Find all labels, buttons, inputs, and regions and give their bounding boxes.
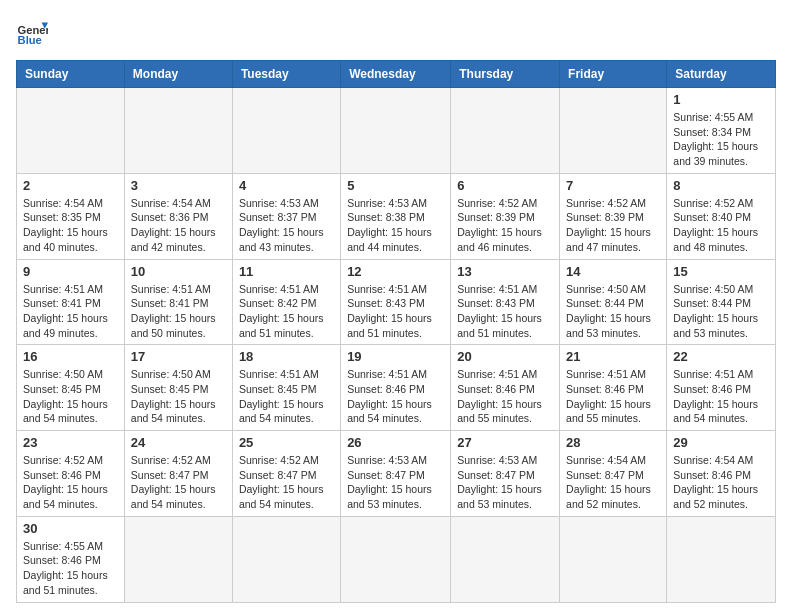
- day-number: 6: [457, 178, 553, 193]
- calendar-cell: 13Sunrise: 4:51 AMSunset: 8:43 PMDayligh…: [451, 259, 560, 345]
- day-number: 17: [131, 349, 226, 364]
- header-sunday: Sunday: [17, 61, 125, 88]
- header-monday: Monday: [124, 61, 232, 88]
- calendar-cell: 30Sunrise: 4:55 AMSunset: 8:46 PMDayligh…: [17, 516, 125, 602]
- calendar-cell: 6Sunrise: 4:52 AMSunset: 8:39 PMDaylight…: [451, 173, 560, 259]
- header-wednesday: Wednesday: [341, 61, 451, 88]
- day-info: Sunrise: 4:51 AMSunset: 8:46 PMDaylight:…: [457, 367, 553, 426]
- calendar-cell: [17, 88, 125, 174]
- day-info: Sunrise: 4:55 AMSunset: 8:46 PMDaylight:…: [23, 539, 118, 598]
- day-number: 25: [239, 435, 334, 450]
- calendar-cell: 14Sunrise: 4:50 AMSunset: 8:44 PMDayligh…: [560, 259, 667, 345]
- calendar-week-row: 16Sunrise: 4:50 AMSunset: 8:45 PMDayligh…: [17, 345, 776, 431]
- calendar-cell: 23Sunrise: 4:52 AMSunset: 8:46 PMDayligh…: [17, 431, 125, 517]
- day-info: Sunrise: 4:55 AMSunset: 8:34 PMDaylight:…: [673, 110, 769, 169]
- calendar-cell: 7Sunrise: 4:52 AMSunset: 8:39 PMDaylight…: [560, 173, 667, 259]
- calendar-cell: 29Sunrise: 4:54 AMSunset: 8:46 PMDayligh…: [667, 431, 776, 517]
- day-number: 21: [566, 349, 660, 364]
- day-number: 3: [131, 178, 226, 193]
- day-info: Sunrise: 4:51 AMSunset: 8:46 PMDaylight:…: [673, 367, 769, 426]
- day-number: 4: [239, 178, 334, 193]
- calendar-cell: 15Sunrise: 4:50 AMSunset: 8:44 PMDayligh…: [667, 259, 776, 345]
- day-info: Sunrise: 4:53 AMSunset: 8:47 PMDaylight:…: [457, 453, 553, 512]
- day-info: Sunrise: 4:54 AMSunset: 8:46 PMDaylight:…: [673, 453, 769, 512]
- logo: General Blue: [16, 16, 48, 48]
- calendar-cell: [124, 516, 232, 602]
- day-info: Sunrise: 4:54 AMSunset: 8:47 PMDaylight:…: [566, 453, 660, 512]
- day-number: 16: [23, 349, 118, 364]
- calendar-cell: 2Sunrise: 4:54 AMSunset: 8:35 PMDaylight…: [17, 173, 125, 259]
- day-number: 14: [566, 264, 660, 279]
- page-header: General Blue: [16, 16, 776, 48]
- calendar-cell: 22Sunrise: 4:51 AMSunset: 8:46 PMDayligh…: [667, 345, 776, 431]
- day-number: 8: [673, 178, 769, 193]
- day-info: Sunrise: 4:50 AMSunset: 8:45 PMDaylight:…: [23, 367, 118, 426]
- day-info: Sunrise: 4:52 AMSunset: 8:47 PMDaylight:…: [131, 453, 226, 512]
- calendar-cell: [341, 88, 451, 174]
- logo-icon: General Blue: [16, 16, 48, 48]
- day-info: Sunrise: 4:52 AMSunset: 8:39 PMDaylight:…: [566, 196, 660, 255]
- calendar-cell: 21Sunrise: 4:51 AMSunset: 8:46 PMDayligh…: [560, 345, 667, 431]
- calendar-cell: [232, 516, 340, 602]
- day-number: 22: [673, 349, 769, 364]
- calendar-week-row: 30Sunrise: 4:55 AMSunset: 8:46 PMDayligh…: [17, 516, 776, 602]
- calendar-cell: 8Sunrise: 4:52 AMSunset: 8:40 PMDaylight…: [667, 173, 776, 259]
- header-thursday: Thursday: [451, 61, 560, 88]
- day-number: 26: [347, 435, 444, 450]
- calendar-week-row: 23Sunrise: 4:52 AMSunset: 8:46 PMDayligh…: [17, 431, 776, 517]
- day-info: Sunrise: 4:52 AMSunset: 8:46 PMDaylight:…: [23, 453, 118, 512]
- day-info: Sunrise: 4:51 AMSunset: 8:45 PMDaylight:…: [239, 367, 334, 426]
- day-info: Sunrise: 4:53 AMSunset: 8:47 PMDaylight:…: [347, 453, 444, 512]
- calendar-cell: 5Sunrise: 4:53 AMSunset: 8:38 PMDaylight…: [341, 173, 451, 259]
- calendar-cell: 20Sunrise: 4:51 AMSunset: 8:46 PMDayligh…: [451, 345, 560, 431]
- day-number: 29: [673, 435, 769, 450]
- day-info: Sunrise: 4:51 AMSunset: 8:46 PMDaylight:…: [566, 367, 660, 426]
- header-saturday: Saturday: [667, 61, 776, 88]
- day-info: Sunrise: 4:51 AMSunset: 8:43 PMDaylight:…: [457, 282, 553, 341]
- calendar-cell: 12Sunrise: 4:51 AMSunset: 8:43 PMDayligh…: [341, 259, 451, 345]
- calendar-cell: [124, 88, 232, 174]
- day-info: Sunrise: 4:54 AMSunset: 8:36 PMDaylight:…: [131, 196, 226, 255]
- day-number: 23: [23, 435, 118, 450]
- calendar-cell: 10Sunrise: 4:51 AMSunset: 8:41 PMDayligh…: [124, 259, 232, 345]
- calendar-cell: [560, 516, 667, 602]
- day-info: Sunrise: 4:51 AMSunset: 8:42 PMDaylight:…: [239, 282, 334, 341]
- calendar-cell: 4Sunrise: 4:53 AMSunset: 8:37 PMDaylight…: [232, 173, 340, 259]
- calendar-cell: [560, 88, 667, 174]
- day-info: Sunrise: 4:52 AMSunset: 8:47 PMDaylight:…: [239, 453, 334, 512]
- weekday-header-row: Sunday Monday Tuesday Wednesday Thursday…: [17, 61, 776, 88]
- day-number: 19: [347, 349, 444, 364]
- calendar-cell: [667, 516, 776, 602]
- calendar-body: 1Sunrise: 4:55 AMSunset: 8:34 PMDaylight…: [17, 88, 776, 603]
- calendar-cell: [232, 88, 340, 174]
- day-info: Sunrise: 4:53 AMSunset: 8:38 PMDaylight:…: [347, 196, 444, 255]
- calendar-cell: 17Sunrise: 4:50 AMSunset: 8:45 PMDayligh…: [124, 345, 232, 431]
- calendar-cell: 1Sunrise: 4:55 AMSunset: 8:34 PMDaylight…: [667, 88, 776, 174]
- day-info: Sunrise: 4:50 AMSunset: 8:44 PMDaylight:…: [673, 282, 769, 341]
- day-number: 7: [566, 178, 660, 193]
- calendar-cell: 19Sunrise: 4:51 AMSunset: 8:46 PMDayligh…: [341, 345, 451, 431]
- day-number: 11: [239, 264, 334, 279]
- calendar-cell: 11Sunrise: 4:51 AMSunset: 8:42 PMDayligh…: [232, 259, 340, 345]
- day-number: 9: [23, 264, 118, 279]
- calendar-cell: 9Sunrise: 4:51 AMSunset: 8:41 PMDaylight…: [17, 259, 125, 345]
- day-info: Sunrise: 4:51 AMSunset: 8:43 PMDaylight:…: [347, 282, 444, 341]
- day-info: Sunrise: 4:50 AMSunset: 8:44 PMDaylight:…: [566, 282, 660, 341]
- header-friday: Friday: [560, 61, 667, 88]
- day-number: 2: [23, 178, 118, 193]
- day-info: Sunrise: 4:51 AMSunset: 8:41 PMDaylight:…: [131, 282, 226, 341]
- day-info: Sunrise: 4:53 AMSunset: 8:37 PMDaylight:…: [239, 196, 334, 255]
- day-number: 28: [566, 435, 660, 450]
- calendar-cell: 24Sunrise: 4:52 AMSunset: 8:47 PMDayligh…: [124, 431, 232, 517]
- day-number: 15: [673, 264, 769, 279]
- day-number: 27: [457, 435, 553, 450]
- day-info: Sunrise: 4:52 AMSunset: 8:39 PMDaylight:…: [457, 196, 553, 255]
- calendar-week-row: 1Sunrise: 4:55 AMSunset: 8:34 PMDaylight…: [17, 88, 776, 174]
- day-number: 5: [347, 178, 444, 193]
- day-number: 13: [457, 264, 553, 279]
- header-tuesday: Tuesday: [232, 61, 340, 88]
- day-info: Sunrise: 4:54 AMSunset: 8:35 PMDaylight:…: [23, 196, 118, 255]
- calendar-cell: 16Sunrise: 4:50 AMSunset: 8:45 PMDayligh…: [17, 345, 125, 431]
- day-info: Sunrise: 4:52 AMSunset: 8:40 PMDaylight:…: [673, 196, 769, 255]
- day-number: 18: [239, 349, 334, 364]
